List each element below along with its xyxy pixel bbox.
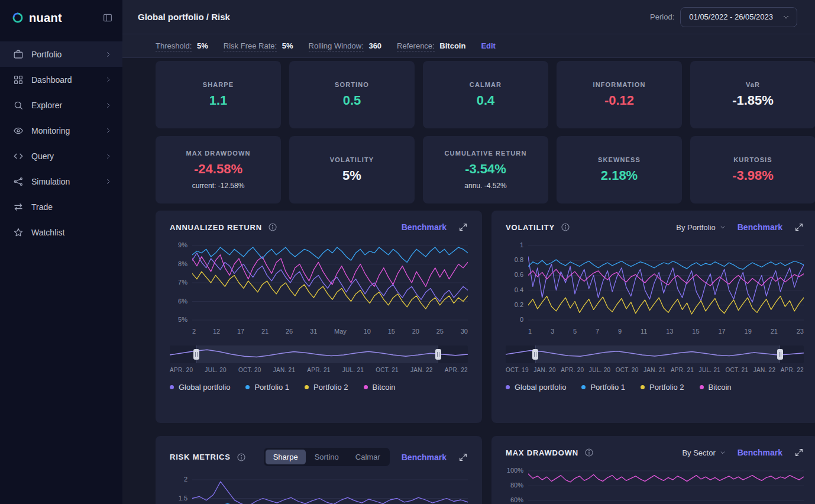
metric-value: -1.85% xyxy=(732,93,774,108)
timeline-label: APR. 20 xyxy=(561,367,584,373)
metric-tab[interactable]: Calmar xyxy=(348,450,388,464)
sidebar-item[interactable]: Watchlist xyxy=(0,219,122,245)
params-list: Threshold: 5% Risk Free Rate: 5% Rolling… xyxy=(156,41,465,50)
legend-label: Portfolio 1 xyxy=(590,383,625,392)
metric-card: INFORMATION -0.12 xyxy=(557,61,682,128)
right-range-handle[interactable] xyxy=(435,349,441,360)
expand-icon[interactable] xyxy=(794,448,804,457)
chart-title: MAX DRAWDOWN xyxy=(506,448,578,457)
sidebar-item[interactable]: Dashboard xyxy=(0,67,122,92)
trade-icon xyxy=(13,202,24,212)
simulation-icon xyxy=(13,176,24,187)
legend-item[interactable]: Portfolio 1 xyxy=(581,383,625,392)
benchmark-link[interactable]: Benchmark xyxy=(402,222,447,232)
legend-item[interactable]: Bitcoin xyxy=(700,383,732,392)
timeline-label: OCT. 21 xyxy=(376,367,399,373)
timeline-label: JAN. 21 xyxy=(643,367,666,373)
selected-range[interactable] xyxy=(196,345,438,363)
legend-item[interactable]: Portfolio 1 xyxy=(245,383,289,392)
expand-icon[interactable] xyxy=(458,222,468,232)
left-range-handle[interactable] xyxy=(532,349,538,360)
y-axis: 100%80%60%40%20%0% xyxy=(506,467,523,504)
benchmark-link[interactable]: Benchmark xyxy=(402,453,447,462)
chevron-down-icon xyxy=(720,224,726,230)
legend-item[interactable]: Global portfolio xyxy=(506,383,566,392)
legend-label: Bitcoin xyxy=(373,383,396,392)
x-tick: 3 xyxy=(551,328,554,335)
x-tick: 5 xyxy=(573,328,577,335)
sidebar-item[interactable]: Simulation xyxy=(0,169,122,194)
y-axis: 21.510.50 xyxy=(170,476,187,504)
group-by-dropdown[interactable]: By Portfolio xyxy=(676,223,725,232)
metric-tab[interactable]: Sortino xyxy=(307,450,347,464)
info-icon[interactable] xyxy=(584,448,594,457)
chevron-right-icon xyxy=(105,76,112,83)
legend-item[interactable]: Global portfolio xyxy=(170,383,230,392)
metric-value: -0.12 xyxy=(604,93,634,108)
legend-item[interactable]: Portfolio 2 xyxy=(305,383,348,392)
metric-label: CALMAR xyxy=(470,81,502,88)
period-label: Period: xyxy=(650,12,674,21)
benchmark-link[interactable]: Benchmark xyxy=(738,448,782,457)
x-tick: 31 xyxy=(310,328,317,335)
benchmark-link[interactable]: Benchmark xyxy=(738,222,782,232)
timeline-label: APR. 21 xyxy=(671,367,694,373)
sidebar-item[interactable]: Portfolio xyxy=(0,41,122,67)
info-icon[interactable] xyxy=(561,222,570,232)
y-tick: 1.5 xyxy=(179,495,187,502)
sidebar-item[interactable]: Query xyxy=(0,143,122,169)
metric-label: KURTOSIS xyxy=(733,156,772,163)
line-chart xyxy=(192,479,468,504)
risk-parameters-bar: Threshold: 5% Risk Free Rate: 5% Rolling… xyxy=(122,34,815,58)
legend-label: Global portfolio xyxy=(179,383,230,392)
line-chart xyxy=(192,245,468,321)
sidebar-item-label: Portfolio xyxy=(31,50,62,59)
timeline-labels: APR. 20JUL. 20OCT. 20JAN. 21APR. 21JUL. … xyxy=(170,367,468,373)
legend-label: Bitcoin xyxy=(709,383,732,392)
param-label: Reference: xyxy=(397,41,435,51)
plot-area: 21.510.50 xyxy=(170,479,468,504)
sidebar-collapse-icon[interactable] xyxy=(102,12,113,23)
plot-area: 100%80%60%40%20%0% xyxy=(506,470,804,504)
legend-item[interactable]: Portfolio 2 xyxy=(641,383,684,392)
timeline-label: APR. 20 xyxy=(170,367,193,373)
legend-item[interactable]: Bitcoin xyxy=(364,383,396,392)
metric-caption: annu. -4.52% xyxy=(464,182,506,190)
sidebar-item[interactable]: Explorer xyxy=(0,92,122,118)
legend-dot xyxy=(641,385,645,389)
left-range-handle[interactable] xyxy=(193,349,199,360)
charts-grid: ANNUALIZED RETURN Benchmark 9%8%7%6%5% xyxy=(156,211,815,504)
sidebar-nav: Portfolio Dashboard Explorer xyxy=(0,41,122,245)
sidebar-item[interactable]: Monitoring xyxy=(0,118,122,143)
sidebar-item-label: Watchlist xyxy=(31,228,64,237)
metric-value: 0.4 xyxy=(477,93,495,108)
right-range-handle[interactable] xyxy=(777,349,783,360)
x-tick: 19 xyxy=(745,328,752,335)
info-icon[interactable] xyxy=(237,453,246,462)
portfolio-icon xyxy=(13,49,24,60)
metric-card: CALMAR 0.4 xyxy=(423,61,548,128)
expand-icon[interactable] xyxy=(458,453,468,462)
sidebar-item[interactable]: Trade xyxy=(0,194,122,219)
chart-legend: Global portfolio Portfolio 1 Portfolio 2 xyxy=(506,383,804,392)
legend-label: Portfolio 1 xyxy=(254,383,289,392)
expand-icon[interactable] xyxy=(794,222,804,232)
group-by-dropdown[interactable]: By Sector xyxy=(682,448,725,457)
y-axis: 10.80.60.40.20 xyxy=(506,241,523,323)
x-tick: 1 xyxy=(528,328,532,335)
metric-tab[interactable]: Sharpe xyxy=(266,450,306,464)
x-tick: 2 xyxy=(192,328,196,335)
param-value: Bitcoin xyxy=(439,41,465,50)
period-dropdown[interactable]: 01/05/2022 - 26/05/2023 xyxy=(680,7,797,27)
info-icon[interactable] xyxy=(268,222,277,232)
metrics-grid: SHARPE 1.1 SORTINO 0.5 CALMAR 0.4 xyxy=(156,61,815,203)
metric-label: INFORMATION xyxy=(593,81,646,88)
selected-range[interactable] xyxy=(535,345,780,363)
content: SHARPE 1.1 SORTINO 0.5 CALMAR 0.4 xyxy=(122,58,815,504)
volatility-card: VOLATILITY By Portfolio Benchmark xyxy=(491,211,815,423)
nuant-logo-icon xyxy=(12,12,24,24)
legend-dot xyxy=(170,385,174,389)
metric-card: MAX DRAWDOWN -24.58% current: -12.58% xyxy=(156,136,281,203)
edit-parameters-link[interactable]: Edit xyxy=(481,41,496,50)
timeline-label: JUL. 21 xyxy=(342,367,364,373)
